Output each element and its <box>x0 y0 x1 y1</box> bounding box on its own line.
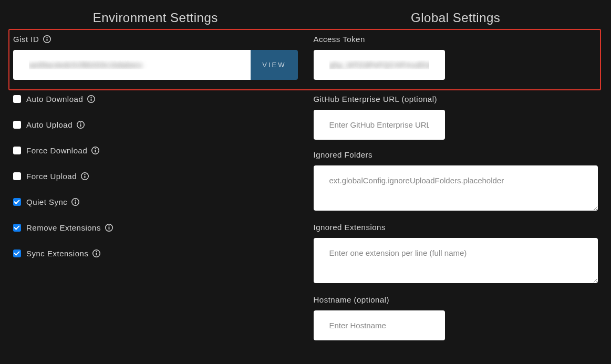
ignored-folders-input[interactable] <box>314 165 598 211</box>
auto-download-row: Auto Download <box>13 95 298 103</box>
hostname-label: Hostname (optional) <box>314 295 598 304</box>
svg-point-7 <box>80 122 81 123</box>
gist-id-input[interactable] <box>13 50 251 80</box>
force-upload-checkbox[interactable] <box>13 172 21 180</box>
svg-rect-11 <box>95 150 96 152</box>
svg-rect-17 <box>75 201 76 204</box>
svg-point-22 <box>96 251 97 252</box>
auto-upload-checkbox[interactable] <box>13 121 21 129</box>
force-upload-label: Force Upload <box>26 172 89 181</box>
environment-header: Environment Settings <box>13 11 298 25</box>
remove-extensions-label: Remove Extensions <box>26 223 113 232</box>
svg-rect-20 <box>108 227 109 230</box>
info-icon[interactable] <box>81 172 89 180</box>
svg-point-1 <box>47 37 48 38</box>
auto-download-label: Auto Download <box>26 95 95 103</box>
auto-download-checkbox[interactable] <box>13 95 21 103</box>
access-token-label: Access Token <box>314 35 598 44</box>
sync-extensions-row: Sync Extensions <box>13 249 298 258</box>
auto-upload-label: Auto Upload <box>26 120 85 129</box>
environment-checkbox-list: Auto Download Auto Upload <box>13 95 298 275</box>
info-icon[interactable] <box>77 121 85 129</box>
svg-point-16 <box>75 200 76 201</box>
global-column: Global Settings Access Token GitHub Ente… <box>314 11 598 351</box>
ignored-extensions-field-group: Ignored Extensions <box>314 223 598 285</box>
ignored-extensions-label: Ignored Extensions <box>314 223 598 232</box>
svg-point-13 <box>84 174 85 175</box>
svg-rect-2 <box>47 38 48 41</box>
ignored-folders-field-group: Ignored Folders <box>314 150 598 212</box>
environment-column: Environment Settings Gist ID VIEW Auto D… <box>13 11 298 351</box>
svg-rect-23 <box>96 253 97 255</box>
settings-container: Environment Settings Gist ID VIEW Auto D… <box>0 0 611 361</box>
svg-point-19 <box>108 225 109 226</box>
sync-extensions-label: Sync Extensions <box>26 249 100 258</box>
access-token-field-group: Access Token <box>314 35 598 80</box>
info-icon[interactable] <box>105 224 113 232</box>
github-enterprise-label: GitHub Enterprise URL (optional) <box>314 95 598 103</box>
force-download-row: Force Download <box>13 146 298 155</box>
sync-extensions-checkbox[interactable] <box>13 249 21 257</box>
remove-extensions-row: Remove Extensions <box>13 223 298 232</box>
gist-id-field-group: Gist ID VIEW <box>13 35 298 80</box>
info-icon[interactable] <box>91 147 99 154</box>
force-download-label: Force Download <box>26 146 99 155</box>
access-token-input[interactable] <box>314 50 445 80</box>
info-icon[interactable] <box>71 198 79 206</box>
gist-id-label: Gist ID <box>13 35 298 44</box>
svg-point-10 <box>95 148 96 149</box>
github-enterprise-field-group: GitHub Enterprise URL (optional) <box>314 95 598 140</box>
svg-rect-14 <box>85 175 86 178</box>
ignored-folders-label: Ignored Folders <box>314 150 598 159</box>
info-icon[interactable] <box>92 249 100 257</box>
quiet-sync-checkbox[interactable] <box>13 198 21 206</box>
hostname-field-group: Hostname (optional) <box>314 295 598 340</box>
force-upload-row: Force Upload <box>13 172 298 181</box>
quiet-sync-row: Quiet Sync <box>13 197 298 206</box>
force-download-checkbox[interactable] <box>13 147 21 154</box>
svg-rect-5 <box>91 98 92 101</box>
github-enterprise-input[interactable] <box>314 110 445 140</box>
gist-id-input-row: VIEW <box>13 50 298 80</box>
ignored-extensions-input[interactable] <box>314 238 598 283</box>
hostname-input[interactable] <box>314 310 445 340</box>
quiet-sync-label: Quiet Sync <box>26 197 79 206</box>
remove-extensions-checkbox[interactable] <box>13 224 21 232</box>
view-button[interactable]: VIEW <box>251 50 297 80</box>
svg-point-4 <box>91 97 92 98</box>
info-icon[interactable] <box>43 35 51 43</box>
info-icon[interactable] <box>87 95 95 103</box>
global-header: Global Settings <box>314 11 598 25</box>
global-fields: GitHub Enterprise URL (optional) Ignored… <box>314 95 598 351</box>
svg-rect-8 <box>80 124 81 127</box>
auto-upload-row: Auto Upload <box>13 120 298 129</box>
